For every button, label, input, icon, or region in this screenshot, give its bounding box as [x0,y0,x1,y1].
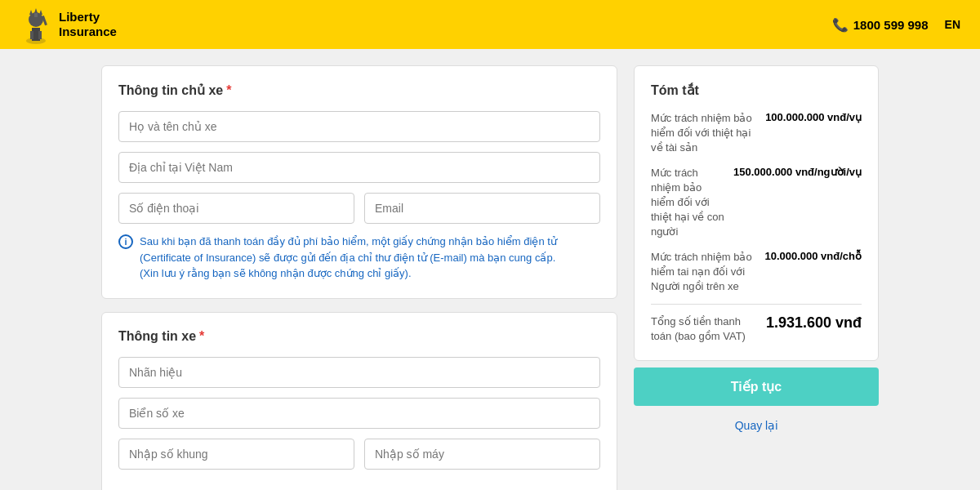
phone-icon: 📞 [832,17,849,33]
phone-input[interactable] [118,193,354,224]
header-right: 📞 1800 599 998 EN [832,17,960,33]
summary-label-1: Mức trách nhiệm bảo hiểm đối với thiệt h… [651,111,759,156]
summary-value-2: 150.000.000 vnđ/người/vụ [733,166,862,178]
continue-button[interactable]: Tiếp tục [634,368,879,406]
full-name-group [118,111,600,142]
total-value: 1.931.600 vnđ [766,314,862,332]
brand-group [118,357,600,388]
owner-section-title: Thông tin chủ xe* [118,82,600,98]
engine-input[interactable] [364,439,600,470]
full-name-input[interactable] [118,111,600,142]
phone-email-row [118,193,600,224]
total-row: Tổng số tiền thanh toán (bao gồm VAT) 1.… [651,314,862,344]
summary-divider [651,304,862,305]
phone-number: 1800 599 998 [853,18,929,32]
owner-info-card: Thông tin chủ xe* i Sau khi bạn đã thanh… [101,65,617,299]
summary-row-2: Mức trách nhiệm bảo hiểm đối với thiệt h… [651,166,862,240]
summary-value-1: 100.000.000 vnđ/vụ [765,111,862,123]
language-selector[interactable]: EN [945,18,960,31]
svg-rect-2 [30,31,33,39]
brand-input[interactable] [118,357,600,388]
summary-label-3: Mức trách nhiệm bảo hiểm tai nạn đối với… [651,250,758,295]
logo-icon [20,5,52,44]
main-content: Thông tin chủ xe* i Sau khi bạn đã thanh… [82,49,898,490]
plate-input[interactable] [118,398,600,429]
svg-marker-9 [34,8,38,13]
header: Liberty Insurance 📞 1800 599 998 EN [0,0,980,49]
phone-area: 📞 1800 599 998 [832,17,929,33]
info-text: Sau khi bạn đã thanh toán đầy đủ phí bảo… [140,234,600,282]
info-box: i Sau khi bạn đã thanh toán đầy đủ phí b… [118,234,600,282]
svg-rect-3 [38,31,42,39]
total-label: Tổng số tiền thanh toán (bao gồm VAT) [651,314,760,344]
logo-text: Liberty Insurance [59,10,117,39]
vehicle-section-title: Thông tin xe* [118,329,600,344]
chassis-input[interactable] [118,439,354,470]
summary-row-3: Mức trách nhiệm bảo hiểm tai nạn đối với… [651,250,862,295]
summary-label-2: Mức trách nhiệm bảo hiểm đối với thiệt h… [651,166,727,240]
summary-row-1: Mức trách nhiệm bảo hiểm đối với thiệt h… [651,111,862,156]
email-input[interactable] [364,193,600,224]
svg-point-7 [42,11,47,16]
info-icon: i [118,234,133,249]
plate-group [118,398,600,429]
left-column: Thông tin chủ xe* i Sau khi bạn đã thanh… [101,65,617,490]
chassis-engine-row [118,439,600,470]
address-input[interactable] [118,152,600,183]
svg-marker-10 [39,10,42,15]
summary-value-3: 10.000.000 vnđ/chỗ [764,250,862,262]
address-group [118,152,600,183]
summary-title: Tóm tắt [651,82,862,98]
back-button[interactable]: Quay lại [634,412,879,439]
right-column: Tóm tắt Mức trách nhiệm bảo hiểm đối với… [634,65,879,490]
logo: Liberty Insurance [20,5,117,44]
svg-marker-8 [29,10,33,15]
vehicle-info-card: Thông tin xe* [101,312,617,491]
summary-card: Tóm tắt Mức trách nhiệm bảo hiểm đối với… [634,65,879,361]
